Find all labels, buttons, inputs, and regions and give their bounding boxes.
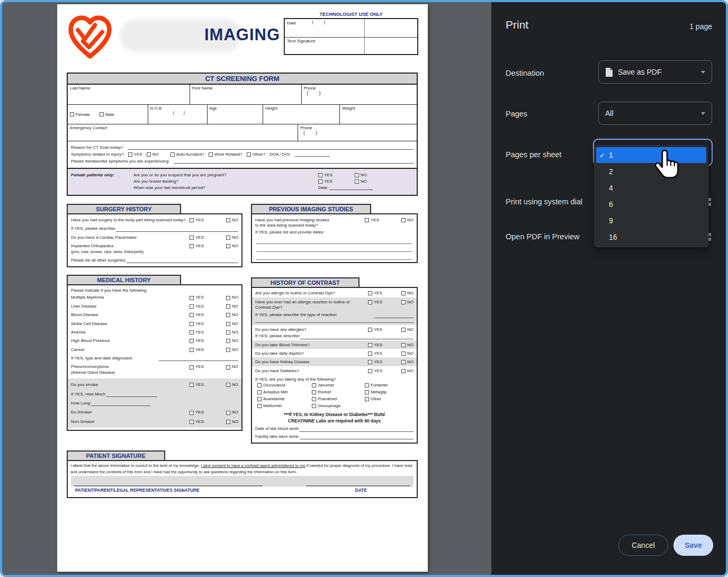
yes-no-checkboxes: YESNO	[190, 304, 238, 309]
checkbox-label: YES	[195, 419, 204, 425]
previous-imaging-title: PREVIOUS IMAGING STUDIES	[251, 204, 371, 213]
checkbox-label: Work Related?	[214, 152, 242, 157]
checkbox-no: NO	[226, 304, 238, 309]
checkbox-yes: YES	[190, 364, 204, 369]
weight-field: Weight	[342, 106, 415, 111]
checkbox-yes: YES	[365, 218, 379, 223]
labs-warning-line2: CREATININE Labs are required with 60 day…	[252, 418, 417, 424]
screenshot-frame: IMAGING TECHNOLOGIST USE ONLY Date / / T…	[0, 0, 728, 577]
checkbox-icon	[312, 383, 316, 387]
checkbox-icon	[190, 420, 194, 424]
checkbox-icon	[365, 397, 369, 401]
checkbox-icon	[365, 218, 369, 222]
checkbox-label: NO	[232, 312, 238, 318]
signature-line	[74, 485, 263, 486]
checkbox-yes: YES	[190, 382, 204, 387]
aspirin-question: Do you take daily Aspirin?	[255, 351, 368, 356]
save-button[interactable]: Save	[673, 535, 713, 556]
checkbox-icon	[226, 365, 230, 369]
checkbox-icon	[226, 420, 230, 424]
checkbox-other: Other?	[247, 152, 265, 157]
contrast-history-section: HISTORY OF CONTRAST Are you allergic to …	[251, 277, 418, 444]
checkbox-label: NO	[407, 300, 414, 305]
checkbox-icon	[190, 304, 194, 309]
checkbox-yes: YES	[318, 179, 332, 184]
yes-no-checkboxes: YESNO	[368, 300, 414, 305]
yes-no-checkboxes: YESNO	[368, 327, 414, 332]
checkbox-label: NO	[232, 244, 238, 249]
checkbox-label: YES	[195, 338, 204, 344]
checkbox-label: YES	[195, 304, 204, 309]
checkbox-label: YES	[374, 359, 382, 365]
chevron-down-icon	[701, 71, 705, 74]
menu-option-4[interactable]: 4	[594, 179, 708, 196]
checkbox-yes: YES	[190, 218, 204, 223]
menu-option-16[interactable]: 16	[594, 229, 708, 245]
checkbox-yes: YES	[190, 347, 204, 353]
checkbox-icon	[226, 411, 230, 415]
checkbox-label: YES	[374, 351, 382, 356]
yes-no-checkboxes: YESNO	[190, 347, 238, 353]
checkbox-no: NO	[226, 312, 238, 318]
checkbox-label: NO	[407, 351, 414, 356]
launch-icon[interactable]	[708, 198, 712, 206]
checkbox-icon	[190, 348, 194, 352]
checkbox-icon	[226, 339, 230, 343]
checkbox-label: NO	[232, 347, 238, 353]
condition-label: Sickle Cell Disease	[71, 321, 190, 327]
blank-line	[106, 393, 157, 397]
checkbox-icon	[368, 360, 372, 364]
breast-feeding-question: Are you breast feeding?	[133, 179, 318, 184]
checkbox-label: NO	[232, 218, 238, 223]
checkbox-no: NO	[355, 179, 367, 184]
checkbox-label: NO	[407, 368, 414, 374]
menu-option-6[interactable]: 6	[594, 196, 708, 212]
checkbox-icon	[190, 383, 194, 387]
launch-icon[interactable]	[708, 233, 712, 241]
medication-label: Actoplus Met	[263, 390, 287, 394]
system-dialog-label: Print using system dial	[506, 197, 582, 206]
checkbox-icon	[226, 236, 230, 240]
menu-option-9[interactable]: 9	[594, 212, 708, 229]
tech-signature-label: Tech Signature	[287, 39, 315, 43]
menu-option-label: 16	[609, 233, 617, 241]
yes-no-checkboxes: YESNO	[365, 218, 414, 223]
checkbox-icon	[312, 404, 316, 408]
female-only-title: Female patients only:	[71, 173, 133, 177]
menu-option-1[interactable]: ✓1	[596, 147, 706, 163]
blood-thinners-question: Do you take Blood Thinners?	[255, 342, 368, 348]
yes-no-checkboxes: YESNO	[368, 291, 414, 296]
female-patients-section: Female patients only: Are you or do you …	[68, 169, 417, 195]
kidney-disease-question: Do you have Kidney Disease	[255, 359, 368, 365]
checkbox-label: YES	[134, 152, 142, 157]
checkbox-no: NO	[401, 291, 414, 296]
imaging-list-label: If YES, please list and provide dates:	[252, 230, 417, 236]
labs-warning: ***If YES, to Kidney Disease or Diabetes…	[252, 409, 417, 425]
checkbox-no: NO	[401, 218, 414, 223]
medical-history-row: Multiple MyelomaYESNO	[68, 293, 241, 301]
checkbox-icon	[190, 365, 194, 369]
yes-no-checkboxes: YESNO	[368, 368, 414, 374]
destination-select[interactable]: Save as PDF	[598, 60, 712, 84]
destination-label: Destination	[506, 69, 544, 77]
menu-option-2[interactable]: 2	[594, 163, 708, 179]
checkbox-icon	[247, 152, 251, 157]
cancel-button[interactable]: Cancel	[618, 535, 668, 556]
checkbox-label: NO	[232, 364, 238, 369]
checkbox-icon	[368, 343, 372, 347]
yes-no-checkboxes: YESNO	[368, 359, 414, 365]
checkbox-label: YES	[195, 410, 204, 415]
checkbox-icon	[257, 404, 262, 408]
checkbox-icon	[355, 173, 359, 177]
condition-label: Cancer	[71, 347, 190, 353]
checkbox-label: Male	[105, 112, 114, 117]
checkbox-icon	[365, 390, 369, 394]
checkbox-label: YES	[195, 235, 204, 240]
pages-select[interactable]: All	[598, 102, 712, 125]
blank-line	[300, 428, 414, 432]
medical-intro: Please indicate if you have the followin…	[68, 286, 241, 293]
ct-screening-box: CT SCREENING FORM Last Name First Name P…	[67, 73, 418, 196]
checkbox-icon	[401, 218, 406, 222]
yes-no-checkboxes: YESNO	[190, 382, 238, 387]
checkbox-yes: YES	[190, 419, 204, 425]
